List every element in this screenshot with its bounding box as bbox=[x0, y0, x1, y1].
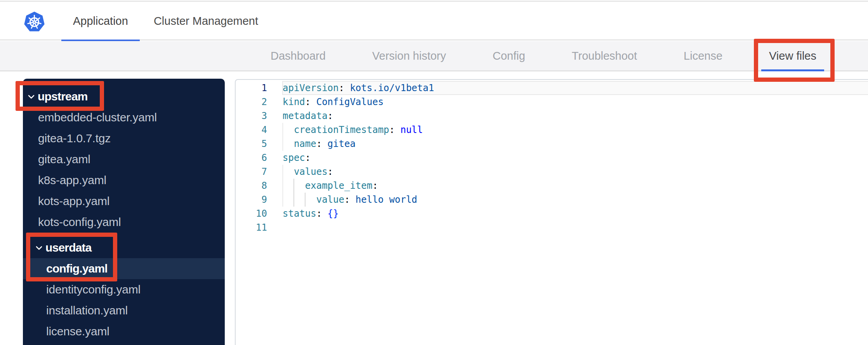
code-line-3[interactable]: 3metadata: bbox=[236, 109, 868, 123]
token-ws bbox=[283, 124, 294, 135]
token-ws bbox=[283, 166, 294, 177]
subnav-tab-troubleshoot[interactable]: Troubleshoot bbox=[572, 41, 637, 71]
token-punct: : bbox=[316, 208, 328, 219]
tree-item-kots-config.yaml[interactable]: kots-config.yaml bbox=[23, 212, 225, 233]
code-line-6[interactable]: 6spec: bbox=[236, 151, 868, 165]
line-number: 7 bbox=[236, 165, 267, 179]
kubernetes-hub-hole bbox=[34, 22, 35, 23]
line-number: 10 bbox=[236, 207, 267, 221]
code-line-text: kind: ConfigValues bbox=[283, 95, 384, 109]
token-str: hello world bbox=[356, 194, 417, 205]
token-bracket: {} bbox=[328, 208, 339, 219]
tree-item-label: kots-app.yaml bbox=[38, 195, 109, 208]
code-line-4[interactable]: 4 creationTimestamp: null bbox=[236, 123, 868, 137]
line-number: 6 bbox=[236, 151, 267, 165]
token-punct: : bbox=[339, 83, 350, 93]
line-number: 5 bbox=[236, 137, 267, 151]
tree-item-kots-app.yaml[interactable]: kots-app.yaml bbox=[23, 191, 225, 212]
token-punct: : bbox=[328, 110, 333, 121]
subnav-tab-label: View files bbox=[769, 50, 816, 62]
subnav-tab-view-files[interactable]: View files bbox=[761, 41, 824, 71]
token-str: ConfigValues bbox=[316, 97, 384, 107]
subnav-tab-label: Troubleshoot bbox=[572, 50, 637, 62]
tree-item-license.yaml[interactable]: license.yaml bbox=[23, 321, 225, 342]
token-key: kind bbox=[283, 97, 305, 107]
tree-item-label: installation.yaml bbox=[46, 304, 128, 317]
subnav-tab-label: Dashboard bbox=[271, 50, 326, 62]
code-line-text: spec: bbox=[283, 151, 311, 165]
subnav-tab-label: License bbox=[684, 50, 722, 62]
line-number: 1 bbox=[236, 81, 267, 95]
file-tree-sidebar: upstreamembedded-cluster.yamlgitea-1.0.7… bbox=[23, 79, 225, 345]
token-key: value bbox=[316, 194, 344, 205]
header-tab-application[interactable]: Application bbox=[61, 2, 140, 40]
header-tab-label: Application bbox=[73, 15, 128, 28]
line-number: 4 bbox=[236, 123, 267, 137]
token-key: example_item bbox=[305, 180, 372, 191]
token-ws bbox=[283, 180, 305, 191]
token-key: creationTimestamp bbox=[294, 124, 389, 135]
code-line-text: metadata: bbox=[283, 109, 333, 123]
code-line-text: status: {} bbox=[283, 207, 339, 221]
token-ws bbox=[283, 138, 294, 149]
tree-item-label: gitea-1.0.7.tgz bbox=[38, 132, 111, 145]
tree-item-config.yaml[interactable]: config.yaml bbox=[23, 258, 225, 279]
app-header: ApplicationCluster Management bbox=[0, 2, 868, 40]
subnav-tab-label: Config bbox=[493, 50, 525, 62]
code-line-text: apiVersion: kots.io/v1beta1 bbox=[283, 81, 434, 95]
tree-item-label: gitea.yaml bbox=[38, 153, 90, 166]
header-tab-cluster-management[interactable]: Cluster Management bbox=[142, 2, 270, 40]
code-line-7[interactable]: 7 values: bbox=[236, 165, 868, 179]
token-kw: null bbox=[400, 124, 423, 135]
token-punct: : bbox=[305, 97, 316, 107]
token-punct: : bbox=[305, 152, 311, 163]
tree-item-installation.yaml[interactable]: installation.yaml bbox=[23, 300, 225, 321]
tree-item-label: userdata bbox=[45, 241, 92, 254]
app-subnav: DashboardVersion historyConfigTroublesho… bbox=[0, 41, 868, 71]
subnav-tab-label: Version history bbox=[372, 50, 446, 62]
line-number: 11 bbox=[236, 221, 267, 235]
subnav-tab-version-history[interactable]: Version history bbox=[372, 41, 446, 71]
token-key: status bbox=[283, 208, 316, 219]
file-editor[interactable]: 1apiVersion: kots.io/v1beta12kind: Confi… bbox=[235, 79, 868, 345]
code-line-1[interactable]: 1apiVersion: kots.io/v1beta1 bbox=[236, 81, 868, 95]
code-line-text: name: gitea bbox=[283, 137, 356, 151]
line-number: 2 bbox=[236, 95, 267, 109]
subnav-tab-config[interactable]: Config bbox=[493, 41, 525, 71]
tree-item-label: license.yaml bbox=[46, 325, 109, 338]
token-ws bbox=[283, 194, 316, 205]
kots-admin-console: ApplicationCluster Management DashboardV… bbox=[0, 0, 868, 345]
tree-item-label: kots-config.yaml bbox=[38, 216, 121, 229]
active-subnav-underline bbox=[761, 69, 824, 71]
tree-item-label: embedded-cluster.yaml bbox=[38, 111, 157, 124]
token-key: name bbox=[294, 138, 316, 149]
token-key: metadata bbox=[283, 110, 328, 121]
tree-item-k8s-app.yaml[interactable]: k8s-app.yaml bbox=[23, 170, 225, 191]
token-key: apiVersion bbox=[283, 83, 339, 93]
tree-item-embedded-cluster.yaml[interactable]: embedded-cluster.yaml bbox=[23, 107, 225, 128]
tree-item-label: k8s-app.yaml bbox=[38, 174, 106, 187]
header-tabs: ApplicationCluster Management bbox=[61, 2, 270, 40]
subnav-tab-dashboard[interactable]: Dashboard bbox=[271, 41, 326, 71]
chevron-down-icon bbox=[36, 246, 42, 250]
token-str: kots.io/v1beta1 bbox=[350, 83, 434, 93]
tree-item-label: config.yaml bbox=[46, 262, 108, 275]
tree-item-identityconfig.yaml[interactable]: identityconfig.yaml bbox=[23, 279, 225, 300]
tree-item-gitea.yaml[interactable]: gitea.yaml bbox=[23, 149, 225, 170]
code-line-text: example_item: bbox=[283, 179, 378, 193]
tree-item-gitea-1.0.7.tgz[interactable]: gitea-1.0.7.tgz bbox=[23, 128, 225, 149]
tree-item-upstream[interactable]: upstream bbox=[23, 86, 225, 107]
code-line-2[interactable]: 2kind: ConfigValues bbox=[236, 95, 868, 109]
code-line-11[interactable]: 11 bbox=[236, 221, 868, 235]
tree-item-label: upstream bbox=[38, 90, 88, 103]
tree-item-userdata[interactable]: userdata bbox=[23, 237, 225, 258]
code-line-5[interactable]: 5 name: gitea bbox=[236, 137, 868, 151]
token-str: gitea bbox=[328, 138, 356, 149]
code-line-text: value: hello world bbox=[283, 193, 417, 207]
subnav-tab-license[interactable]: License bbox=[684, 41, 722, 71]
code-line-10[interactable]: 10status: {} bbox=[236, 207, 868, 221]
code-line-text: values: bbox=[283, 165, 333, 179]
code-line-9[interactable]: 9 value: hello world bbox=[236, 193, 868, 207]
chevron-down-icon bbox=[28, 95, 35, 99]
code-line-8[interactable]: 8 example_item: bbox=[236, 179, 868, 193]
